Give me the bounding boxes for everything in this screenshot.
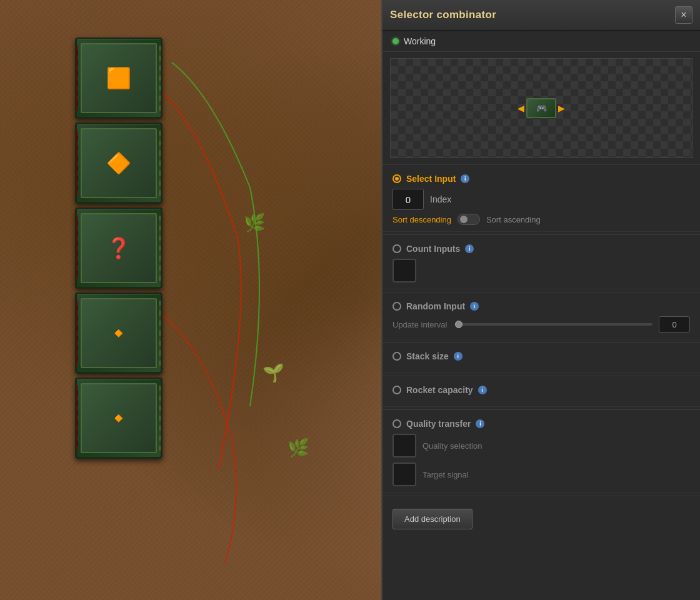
quality-transfer-header: Quality transfer i (392, 419, 690, 429)
count-inputs-section[interactable]: Count Inputs i (382, 238, 700, 289)
machine-pipes-left-4 (75, 301, 78, 366)
rocket-capacity-info-icon[interactable]: i (478, 386, 487, 394)
divider-3 (382, 292, 700, 292)
select-input-header: Select Input i (392, 174, 690, 184)
select-input-radio[interactable] (392, 174, 401, 183)
machine-pipes-right-5 (159, 386, 162, 451)
quality-transfer-label: Quality transfer (406, 419, 471, 429)
machine-icon-5: 🔸 (106, 406, 131, 430)
machine-3: ❓ (75, 208, 162, 289)
dialog-titlebar: Selector combinator × (382, 0, 700, 31)
machine-pipes-left-3 (75, 216, 78, 281)
count-inputs-radio[interactable] (392, 244, 401, 253)
slider-thumb (455, 321, 462, 328)
divider-4 (382, 342, 700, 342)
quality-transfer-info-icon[interactable]: i (476, 419, 484, 428)
machine-pipes-right (159, 46, 162, 111)
dialog-title: Selector combinator (390, 9, 496, 21)
stack-size-section[interactable]: Stack size i (382, 345, 700, 373)
random-input-section[interactable]: Random Input i Update interval 0 (382, 295, 700, 339)
rocket-capacity-section[interactable]: Rocket capacity i (382, 379, 700, 407)
combinator-machines: 🟧 🔶 ❓ 🔸 🔸 (75, 38, 162, 459)
stack-size-radio[interactable] (392, 352, 401, 361)
machine-2: 🔶 (75, 122, 162, 204)
close-button[interactable]: × (675, 6, 692, 24)
sort-row: Sort descending Sort ascending (392, 214, 690, 225)
machine-1: 🟧 (75, 38, 162, 119)
rocket-capacity-header: Rocket capacity i (392, 385, 690, 395)
plant-decoration: 🌿 (288, 438, 309, 458)
divider-5 (382, 376, 700, 376)
random-input-label: Random Input (406, 301, 465, 311)
quality-transfer-radio[interactable] (392, 419, 401, 428)
rocket-capacity-label: Rocket capacity (406, 385, 473, 395)
status-bar: Working (382, 31, 700, 52)
index-input[interactable]: 0 (392, 189, 424, 210)
count-inputs-header: Count Inputs i (392, 244, 690, 254)
stack-size-header: Stack size i (392, 351, 690, 361)
toggle-knob (460, 216, 468, 223)
select-input-info-icon[interactable]: i (461, 174, 469, 183)
plant-decoration: 🌱 (262, 362, 284, 383)
count-inputs-label: Count Inputs (406, 244, 460, 254)
machine-pipes-right-2 (159, 131, 162, 196)
quality-transfer-section[interactable]: Quality transfer i Quality selection Tar… (382, 412, 700, 493)
machine-4: 🔸 (75, 292, 162, 374)
quality-selection-row: Quality selection (392, 434, 690, 458)
plant-decoration: 🌿 (244, 212, 266, 233)
machine-pipes-right-4 (159, 301, 162, 366)
divider-7 (382, 496, 700, 496)
machine-pipes-left-2 (75, 131, 78, 196)
machine-icon-3: ❓ (106, 236, 131, 260)
machine-pipes-right-3 (159, 216, 162, 281)
random-input-header: Random Input i (392, 301, 690, 311)
random-input-info-icon[interactable]: i (470, 302, 479, 311)
machine-icon-4: 🔸 (106, 321, 131, 345)
target-signal-row: Target signal (392, 462, 690, 486)
rocket-capacity-radio[interactable] (392, 386, 401, 394)
machine-5: 🔸 (75, 378, 162, 459)
target-signal-label: Target signal (422, 470, 469, 479)
preview-machine-icon: 🎮 (536, 103, 547, 113)
select-input-section[interactable]: Select Input i 0 Index Sort descending S… (382, 168, 700, 232)
status-indicator (392, 38, 399, 44)
sort-toggle[interactable] (458, 214, 480, 225)
divider-1 (382, 164, 700, 165)
target-signal-slot[interactable] (392, 462, 416, 486)
stack-size-label: Stack size (406, 351, 449, 361)
count-inputs-signal-slot[interactable] (392, 259, 416, 282)
divider-6 (382, 409, 700, 410)
quality-selection-label: Quality selection (422, 441, 482, 451)
quality-selection-slot[interactable] (392, 434, 416, 458)
random-input-radio[interactable] (392, 302, 401, 311)
sort-ascending-label: Sort ascending (486, 215, 541, 224)
count-inputs-info-icon[interactable]: i (465, 244, 474, 253)
select-input-label: Select Input (406, 174, 456, 184)
machine-icon-1: 🟧 (106, 66, 131, 90)
sort-descending-label: Sort descending (392, 215, 451, 224)
status-text: Working (404, 36, 436, 46)
dialog-content: Working 🎮 Select Input i 0 Index Sort d (382, 31, 700, 600)
preview-machine: 🎮 (526, 98, 556, 118)
update-interval-row: Update interval 0 (392, 316, 690, 332)
add-description-button[interactable]: Add description (392, 509, 472, 529)
index-row: 0 Index (392, 189, 690, 210)
update-interval-label: Update interval (392, 320, 449, 329)
update-interval-slider[interactable] (455, 323, 652, 326)
selector-combinator-dialog: Selector combinator × Working 🎮 Select I… (381, 0, 700, 600)
index-label: Index (430, 194, 451, 204)
preview-area: 🎮 (390, 58, 692, 158)
machine-pipes-left-5 (75, 386, 78, 451)
machine-icon-2: 🔶 (106, 151, 131, 175)
machine-pipes-left (75, 46, 78, 111)
update-interval-value[interactable]: 0 (659, 316, 690, 332)
stack-size-info-icon[interactable]: i (454, 352, 462, 361)
divider-2 (382, 234, 700, 235)
